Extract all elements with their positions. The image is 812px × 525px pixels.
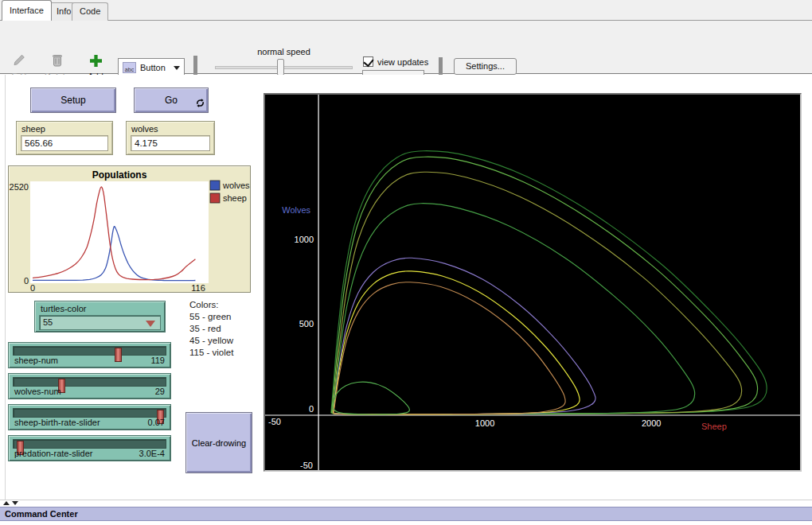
slider-handle[interactable]: [115, 348, 122, 362]
svg-text:Populations: Populations: [92, 169, 147, 181]
chevron-down-icon: [174, 66, 180, 70]
view-updates-checkbox[interactable]: [363, 56, 373, 67]
command-center-resize[interactable]: [3, 501, 18, 505]
arrow-up-icon: [3, 501, 10, 505]
widget-type-value: Button: [140, 63, 166, 72]
svg-text:-50: -50: [268, 417, 281, 426]
svg-text:500: 500: [299, 319, 314, 329]
svg-text:2000: 2000: [642, 418, 661, 428]
canvas-left-border: [5, 75, 6, 500]
speed-slider-label: normal speed: [215, 47, 353, 56]
svg-text:Sheep: Sheep: [701, 422, 727, 431]
svg-text:0: 0: [24, 276, 29, 286]
pencil-icon: [6, 51, 32, 70]
monitor-label: wolves: [131, 124, 158, 134]
phase-plot: 1000200010005000-50-50WolvesSheep: [264, 93, 802, 472]
toolbar-separator: [439, 57, 443, 76]
trash-icon: [41, 51, 73, 70]
tab-code[interactable]: Code: [72, 2, 108, 21]
speed-slider-handle[interactable]: [277, 59, 284, 76]
slider-sheep-num[interactable]: sheep-num 119: [8, 342, 171, 368]
interface-canvas: Setup Go sheep 565.66 wolves 4.175 Popul…: [0, 75, 812, 500]
colors-note: Colors: 55 - green 35 - red 45 - yellow …: [189, 299, 233, 359]
view-updates-label: view updates: [377, 57, 428, 67]
phase-chart: 1000200010005000-50-50WolvesSheep: [265, 95, 800, 470]
chooser-value: 55: [43, 317, 53, 327]
svg-text:Wolves: Wolves: [282, 205, 310, 215]
button-widget-icon: abc: [123, 62, 136, 73]
colors-note-line: 45 - yellow: [189, 335, 233, 347]
svg-text:wolves: wolves: [222, 181, 250, 190]
svg-text:1000: 1000: [295, 235, 314, 244]
monitor-value: 4.175: [131, 135, 210, 151]
svg-text:sheep: sheep: [223, 193, 247, 203]
slider-wolves-num[interactable]: wolves-num 29: [8, 373, 171, 399]
tab-interface[interactable]: Interface: [2, 0, 52, 21]
arrow-down-icon: [12, 501, 18, 505]
chooser-label: turtles-color: [41, 304, 86, 313]
monitor-value: 565.66: [21, 135, 108, 151]
colors-note-line: 115 - violet: [189, 347, 233, 359]
forever-icon: [196, 99, 205, 110]
slider-predation-rate[interactable]: predation-rate-slider 3.0E-4: [8, 435, 171, 461]
populations-plot: Populations025200116wolvessheep: [8, 165, 251, 293]
monitor-label: sheep: [21, 124, 45, 134]
svg-text:116: 116: [191, 283, 205, 292]
colors-note-line: 35 - red: [189, 323, 233, 335]
command-center-title: Command Center: [5, 509, 78, 519]
monitor-sheep: sheep 565.66: [16, 121, 113, 155]
colors-note-title: Colors:: [189, 299, 233, 311]
slider-track[interactable]: [13, 346, 166, 356]
setup-button[interactable]: Setup: [30, 88, 116, 113]
chooser-value-box[interactable]: 55: [39, 315, 161, 330]
colors-note-line: 55 - green: [189, 311, 233, 323]
slider-track[interactable]: [13, 439, 166, 449]
tab-bar: Interface Info Code: [0, 0, 812, 21]
plus-icon: [83, 51, 108, 70]
go-button[interactable]: Go: [134, 88, 209, 113]
svg-text:1000: 1000: [475, 418, 494, 428]
command-center-divider[interactable]: [0, 500, 812, 500]
svg-text:0: 0: [309, 404, 314, 414]
clear-drawing-button[interactable]: Clear-drowing: [185, 412, 252, 473]
chooser-dropdown-icon: [146, 321, 155, 327]
monitor-wolves: wolves 4.175: [126, 121, 215, 155]
settings-button[interactable]: Settings...: [454, 58, 517, 75]
slider-track[interactable]: [13, 408, 166, 418]
command-center-header[interactable]: Command Center: [0, 507, 812, 521]
toolbar: Edit Delete Add abc Button normal speed …: [0, 21, 812, 74]
svg-text:0: 0: [30, 283, 35, 292]
svg-text:-50: -50: [300, 461, 313, 470]
populations-chart: Populations025200116wolvessheep: [9, 166, 250, 292]
turtles-color-chooser[interactable]: turtles-color 55: [34, 301, 166, 332]
netlogo-window: Interface Info Code Edit Delete Add abc …: [0, 0, 812, 525]
svg-text:2520: 2520: [10, 182, 29, 192]
slider-track[interactable]: [13, 377, 166, 387]
slider-sheep-birth-rate[interactable]: sheep-birth-rate-slider 0.07: [8, 404, 171, 430]
